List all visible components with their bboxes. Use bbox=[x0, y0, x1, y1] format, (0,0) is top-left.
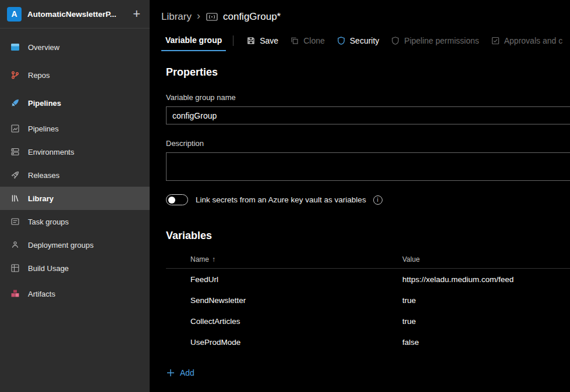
variable-group-name-label: Variable group name bbox=[166, 93, 570, 102]
clone-button[interactable]: Clone bbox=[290, 36, 325, 45]
tab-variable-group[interactable]: Variable group bbox=[161, 30, 226, 51]
sidebar-item-label: Pipelines bbox=[28, 99, 61, 108]
sidebar-item-task-groups[interactable]: Task groups bbox=[0, 210, 150, 233]
key-vault-toggle-label: Link secrets from an Azure key vault as … bbox=[196, 195, 366, 204]
table-header-row: Name ↑ Value bbox=[166, 250, 570, 269]
variable-group-icon bbox=[206, 10, 218, 23]
chevron-right-icon: › bbox=[197, 10, 200, 22]
sidebar-item-pipelines[interactable]: Pipelines bbox=[0, 117, 150, 140]
variable-name: UseProdMode bbox=[190, 338, 402, 347]
environments-icon bbox=[9, 146, 21, 158]
save-icon bbox=[246, 36, 256, 45]
sidebar-nav: Overview Repos Pipelines Pipelines bbox=[0, 28, 150, 392]
page-title: configGroup* bbox=[223, 11, 281, 23]
variables-section: Variables Name ↑ Value FeedUrl https://x… bbox=[166, 230, 570, 380]
sidebar-item-label: Releases bbox=[28, 171, 59, 180]
pipeline-permissions-shield-icon bbox=[391, 36, 400, 45]
sidebar-item-deployment-groups[interactable]: Deployment groups bbox=[0, 233, 150, 256]
add-project-icon[interactable]: + bbox=[130, 8, 143, 20]
variable-value: false bbox=[402, 338, 570, 347]
security-button[interactable]: Security bbox=[337, 36, 380, 45]
key-vault-toggle[interactable] bbox=[166, 194, 188, 205]
approvals-icon bbox=[491, 36, 500, 45]
task-groups-icon bbox=[9, 216, 21, 227]
app-window: A AutomaticNewsletterP... + Overview Rep… bbox=[0, 0, 570, 392]
project-name: AutomaticNewsletterP... bbox=[27, 10, 130, 19]
tab-label: Variable group bbox=[165, 35, 222, 45]
pipeline-permissions-button[interactable]: Pipeline permissions bbox=[391, 36, 479, 45]
sidebar-item-label: Repos bbox=[28, 71, 50, 80]
repos-icon bbox=[9, 69, 21, 81]
table-row[interactable]: CollectArticles true bbox=[166, 311, 570, 332]
sidebar-item-releases[interactable]: Releases bbox=[0, 163, 150, 187]
breadcrumb-library-link[interactable]: Library bbox=[161, 11, 192, 23]
sidebar-item-label: Library bbox=[28, 194, 54, 203]
table-row[interactable]: SendNewsletter true bbox=[166, 290, 570, 311]
properties-heading: Properties bbox=[166, 66, 570, 79]
add-variable-button[interactable]: Add bbox=[166, 368, 194, 377]
toolbar: Variable group Save Clone Security bbox=[150, 30, 570, 51]
pipelines-rocket-icon bbox=[9, 97, 21, 109]
variable-value: true bbox=[402, 317, 570, 326]
project-switcher[interactable]: A AutomaticNewsletterP... + bbox=[0, 0, 150, 28]
key-vault-toggle-row: Link secrets from an Azure key vault as … bbox=[166, 194, 570, 205]
library-icon bbox=[9, 193, 21, 204]
table-row[interactable]: FeedUrl https://xeladu.medium.com/feed bbox=[166, 269, 570, 290]
security-shield-icon bbox=[337, 36, 346, 45]
sidebar-item-overview[interactable]: Overview bbox=[0, 33, 150, 61]
sidebar-item-build-usage[interactable]: Build Usage bbox=[0, 256, 150, 280]
plus-icon bbox=[166, 368, 175, 377]
variable-group-name-input[interactable] bbox=[166, 106, 570, 124]
sidebar-item-label: Environments bbox=[28, 148, 74, 156]
sidebar-item-label: Artifacts bbox=[28, 290, 55, 298]
pipelines-chart-icon bbox=[9, 123, 21, 134]
breadcrumb: Library › configGroup* bbox=[150, 0, 570, 24]
save-button[interactable]: Save bbox=[246, 36, 278, 45]
variable-name: SendNewsletter bbox=[190, 296, 402, 305]
build-usage-icon bbox=[9, 262, 21, 274]
sidebar-item-label: Build Usage bbox=[28, 264, 69, 273]
variable-name: FeedUrl bbox=[190, 275, 402, 284]
form-content: Properties Variable group name Descripti… bbox=[150, 66, 570, 380]
description-input[interactable] bbox=[166, 152, 570, 181]
sidebar-item-pipelines-hub[interactable]: Pipelines bbox=[0, 89, 150, 117]
overview-icon bbox=[9, 41, 21, 53]
releases-rocket-icon bbox=[9, 169, 21, 181]
artifacts-icon bbox=[9, 288, 21, 300]
variables-table: Name ↑ Value FeedUrl https://xeladu.medi… bbox=[166, 250, 570, 352]
sidebar-item-artifacts[interactable]: Artifacts bbox=[0, 280, 150, 308]
column-header-value[interactable]: Value bbox=[402, 255, 570, 263]
sidebar-item-label: Overview bbox=[28, 43, 59, 52]
table-row[interactable]: UseProdMode false bbox=[166, 332, 570, 352]
variable-value: https://xeladu.medium.com/feed bbox=[402, 275, 570, 284]
variable-value: true bbox=[402, 296, 570, 305]
variable-name: CollectArticles bbox=[190, 317, 402, 326]
sidebar-item-label: Deployment groups bbox=[28, 241, 94, 250]
main-content: Library › configGroup* Variable group Sa… bbox=[150, 0, 570, 392]
deployment-groups-icon bbox=[9, 239, 21, 251]
clone-icon bbox=[290, 36, 299, 45]
sidebar-item-label: Task groups bbox=[28, 218, 69, 226]
toggle-knob bbox=[168, 197, 175, 204]
project-avatar: A bbox=[7, 7, 22, 22]
approvals-button[interactable]: Approvals and c bbox=[491, 36, 562, 45]
column-header-name[interactable]: Name bbox=[190, 255, 209, 263]
sidebar-item-environments[interactable]: Environments bbox=[0, 140, 150, 163]
properties-section: Properties Variable group name Descripti… bbox=[166, 66, 570, 205]
project-sidebar: A AutomaticNewsletterP... + Overview Rep… bbox=[0, 0, 150, 392]
sort-ascending-icon: ↑ bbox=[212, 255, 215, 263]
variables-heading: Variables bbox=[166, 230, 570, 242]
description-label: Description bbox=[166, 139, 570, 148]
sidebar-item-library[interactable]: Library bbox=[0, 187, 150, 210]
toolbar-divider bbox=[233, 35, 233, 46]
info-icon[interactable]: i bbox=[373, 195, 383, 205]
sidebar-item-label: Pipelines bbox=[28, 124, 59, 133]
sidebar-item-repos[interactable]: Repos bbox=[0, 61, 150, 89]
